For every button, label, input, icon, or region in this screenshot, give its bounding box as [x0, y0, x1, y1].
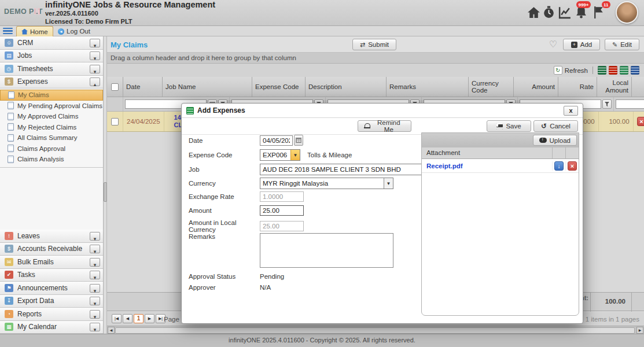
pager-current-page[interactable]: 1	[134, 314, 143, 323]
sidebar-module-leaves[interactable]: ! Leaves	[0, 230, 103, 243]
sidebar-module-bulk-emails[interactable]: ✉ Bulk Emails	[0, 256, 103, 269]
leaves-expand-button[interactable]	[90, 232, 100, 241]
grid-command-bar: ↻ Refresh	[107, 64, 644, 77]
refresh-button[interactable]: ↻ Refresh	[554, 66, 588, 75]
column-header-local-amount[interactable]: Local Amount	[597, 77, 632, 97]
exchange-rate-input	[260, 191, 304, 202]
announcements-expand-button[interactable]	[90, 284, 100, 293]
claims-doc-icon	[8, 113, 14, 120]
submit-button[interactable]: ⇄ Submit	[352, 39, 396, 50]
menu-hamburger-icon[interactable]	[3, 28, 13, 35]
pager-items-info: 1 items in 1 pages	[586, 316, 639, 323]
export-data-icon: ↧	[5, 297, 13, 305]
timesheets-expand-button[interactable]	[90, 65, 100, 73]
row-checkbox[interactable]	[111, 118, 119, 125]
leaves-icon: !	[5, 232, 13, 240]
scrollbar-thumb[interactable]	[115, 327, 635, 334]
scroll-right-arrow[interactable]: ▶	[636, 327, 643, 334]
filter-cell-currency	[614, 97, 644, 111]
crm-expand-button[interactable]	[90, 39, 100, 47]
tab-logout[interactable]: ◂ Log Out	[53, 26, 95, 36]
column-header-expense-code[interactable]: Expense Code	[252, 77, 306, 97]
chart-icon[interactable]	[558, 5, 572, 20]
user-avatar[interactable]	[616, 1, 638, 24]
sidebar-item-my-claims[interactable]: My Claims	[0, 90, 103, 101]
remind-me-button[interactable]: Remind Me	[358, 120, 411, 132]
jobs-expand-button[interactable]	[90, 51, 100, 60]
pager-first-button[interactable]: |◀	[112, 314, 122, 323]
add-button[interactable]: + Add	[563, 39, 600, 50]
sidebar-item-my-rejected-claims[interactable]: My Rejected Claims	[0, 122, 103, 133]
delete-row-button[interactable]: ×	[637, 117, 644, 126]
sidebar-module-accounts-receivable[interactable]: $ Accounts Receivable	[0, 243, 103, 256]
export-csv-icon[interactable]	[620, 66, 628, 75]
remarks-field-row: Remarks	[189, 233, 393, 268]
scroll-left-arrow[interactable]: ◀	[108, 327, 115, 334]
accounts-receivable-expand-button[interactable]	[90, 245, 100, 253]
column-header-rate[interactable]: Rate	[558, 77, 597, 97]
approver-value: N/A	[260, 284, 271, 291]
row-actions-cell: ×	[634, 112, 644, 131]
my-calendar-expand-button[interactable]	[90, 323, 100, 331]
sidebar-item-my-pending-approval-claims[interactable]: My Pending Approval Claims	[0, 101, 103, 112]
remarks-filter-funnel-button[interactable]	[602, 99, 612, 109]
sidebar-item-claims-analysis[interactable]: Claims Analysis	[0, 154, 103, 165]
upload-button[interactable]: Upload	[533, 135, 577, 146]
currency-filter-input[interactable]	[616, 99, 644, 109]
delete-attachment-button[interactable]: ×	[568, 161, 577, 171]
jobs-icon: ▤	[5, 51, 13, 60]
expenses-collapse-button[interactable]	[90, 77, 100, 86]
remarks-textarea[interactable]	[260, 233, 393, 268]
save-button[interactable]: Save	[487, 120, 531, 132]
cancel-button[interactable]: ↺ Cancel	[533, 120, 578, 132]
submit-icon: ⇄	[360, 41, 365, 49]
select-all-cell	[107, 77, 123, 97]
export-pdf-icon[interactable]	[609, 66, 617, 75]
export-excel-icon[interactable]	[598, 66, 606, 75]
sidebar-item-all-claims-summary[interactable]: All Claims Summary	[0, 132, 103, 143]
sidebar-module-expenses[interactable]: $ Expenses	[0, 76, 103, 89]
sidebar-item-claims-approval[interactable]: Claims Approval	[0, 143, 103, 154]
currency-select[interactable]: MYR Ringgit Malaysia ▼	[260, 178, 393, 189]
sidebar-module-crm[interactable]: ☺ CRM	[0, 36, 103, 50]
edit-button[interactable]: ✎ Edit	[605, 39, 639, 50]
sidebar-module-export-data[interactable]: ↧ Export Data	[0, 295, 103, 308]
pager-prev-button[interactable]: ◀	[123, 314, 133, 323]
column-header-amount[interactable]: Amount	[514, 77, 558, 97]
favorite-heart-icon[interactable]: ♡	[549, 39, 557, 50]
select-all-checkbox[interactable]	[111, 83, 119, 91]
date-calendar-button[interactable]	[294, 135, 303, 146]
sidebar-module-announcements[interactable]: ⚑ Announcements	[0, 282, 103, 295]
home-icon[interactable]	[527, 5, 541, 20]
tab-home[interactable]: Home	[16, 26, 53, 36]
column-header-currency-code[interactable]: Currency Code	[469, 77, 514, 97]
sidebar-module-jobs[interactable]: ▤ Jobs	[0, 50, 103, 63]
sidebar-module-my-calendar[interactable]: ▦ My Calendar	[0, 321, 103, 334]
app-window: DEMO PLT infinityONE Jobs & Resource Man…	[0, 0, 644, 347]
dialog-close-button[interactable]: x	[564, 106, 578, 116]
column-header-date[interactable]: Date	[123, 77, 163, 97]
pager-next-button[interactable]: ▶	[145, 314, 154, 323]
stopwatch-icon[interactable]	[542, 5, 556, 20]
sidebar-module-timesheets[interactable]: ◷ Timesheets	[0, 62, 103, 76]
column-header-remarks[interactable]: Remarks	[387, 77, 469, 97]
expense-code-select[interactable]: EXP006 ▼	[260, 149, 300, 161]
announcements-icon: ⚑	[5, 284, 13, 292]
date-input[interactable]	[260, 135, 293, 146]
date-field-row: Date	[189, 135, 303, 146]
export-data-expand-button[interactable]	[90, 297, 100, 305]
crm-icon: ☺	[5, 39, 13, 47]
sidebar-module-tasks[interactable]: ✔ Tasks	[0, 269, 103, 282]
attachment-file-link[interactable]: Receipt.pdf	[422, 163, 552, 169]
export-word-icon[interactable]	[631, 66, 639, 75]
column-header-job-name[interactable]: Job Name	[163, 77, 252, 97]
column-header-description[interactable]: Description	[306, 77, 387, 97]
tasks-expand-button[interactable]	[90, 271, 100, 279]
reports-expand-button[interactable]	[90, 310, 100, 319]
sidebar-spacer	[0, 168, 103, 230]
amount-input[interactable]	[260, 205, 304, 216]
sidebar-module-reports[interactable]: ◔ Reports	[0, 308, 103, 321]
sidebar-item-my-approved-claims[interactable]: My Approved Claims	[0, 111, 103, 122]
bulk-emails-expand-button[interactable]	[90, 258, 100, 267]
download-attachment-button[interactable]: ↓	[554, 161, 564, 171]
